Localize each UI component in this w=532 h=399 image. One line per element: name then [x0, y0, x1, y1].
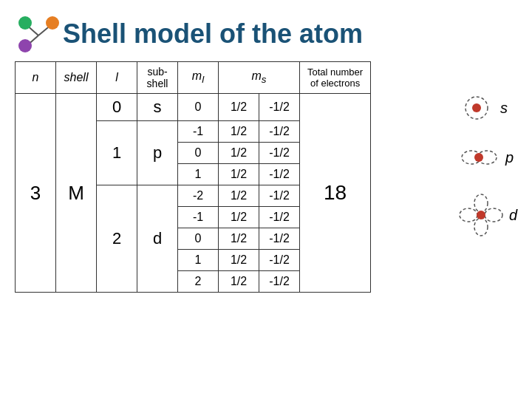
cell-n: 3 [16, 94, 56, 293]
s-orbital-label: s [500, 100, 508, 117]
d-orbital-diagram [459, 194, 503, 236]
cell-ms-pos: 1/2 [219, 121, 259, 143]
cell-ms-neg: -1/2 [259, 121, 300, 143]
main-content: n shell l sub-shell ml ms Total numberof… [0, 61, 532, 293]
svg-point-13 [460, 208, 477, 222]
cell-ms-pos: 1/2 [219, 250, 259, 271]
svg-point-14 [485, 208, 502, 222]
cell-ml: 0 [178, 143, 219, 164]
cell-sub-p: p [137, 121, 178, 185]
cell-ms-neg: -1/2 [259, 207, 300, 228]
header: Shell model of the atom [0, 0, 532, 61]
d-orbital-label: d [509, 207, 517, 224]
svg-point-7 [472, 103, 481, 112]
cell-shell: M [56, 94, 97, 293]
svg-point-15 [477, 211, 485, 219]
cell-ms-neg: -1/2 [259, 143, 300, 164]
cell-ms-pos: 1/2 [219, 143, 259, 164]
p-orbital-diagram [459, 141, 499, 174]
cell-ml: 0 [178, 228, 219, 250]
col-header-n: n [16, 62, 56, 94]
svg-point-11 [474, 194, 488, 212]
s-orbital-diagram [459, 94, 494, 122]
page: Shell model of the atom n shell l sub-sh… [0, 0, 532, 399]
col-header-total: Total numberof electrons [300, 62, 371, 94]
cell-ml: -1 [178, 121, 219, 143]
cell-ms-neg: -1/2 [259, 185, 300, 207]
svg-point-10 [474, 153, 483, 162]
cell-ms-pos: 1/2 [219, 228, 259, 250]
cell-ml: 1 [178, 164, 219, 185]
cell-ms-pos: 1/2 [219, 164, 259, 185]
col-header-shell: shell [56, 62, 97, 94]
svg-point-5 [18, 39, 32, 52]
table-row: 3 M 0 s 0 1/2 -1/2 18 [16, 94, 371, 121]
cell-ml: -1 [178, 207, 219, 228]
page-title: Shell model of the atom [63, 18, 363, 50]
cell-l-2: 2 [97, 185, 137, 293]
atom-icon [15, 13, 63, 54]
cell-ms-neg: -1/2 [259, 164, 300, 185]
s-orbital-row: s [459, 94, 508, 122]
cell-ms-neg: -1/2 [259, 94, 300, 121]
cell-ms-pos: 1/2 [219, 94, 259, 121]
col-header-ml: ml [178, 62, 219, 94]
table-wrapper: n shell l sub-shell ml ms Total numberof… [15, 61, 437, 293]
cell-ms-pos: 1/2 [219, 185, 259, 207]
cell-ms-pos: 1/2 [219, 207, 259, 228]
col-header-ms: ms [219, 62, 300, 94]
cell-l-1: 1 [97, 121, 137, 185]
cell-ml: 2 [178, 271, 219, 293]
col-header-l: l [97, 62, 137, 94]
d-orbital-row: d [459, 194, 517, 236]
cell-ml: 1 [178, 250, 219, 271]
table-header-row: n shell l sub-shell ml ms Total numberof… [16, 62, 371, 94]
cell-ms-neg: -1/2 [259, 228, 300, 250]
right-side: s p [459, 61, 517, 242]
svg-point-4 [46, 16, 59, 30]
cell-ms-neg: -1/2 [259, 271, 300, 293]
cell-ms-neg: -1/2 [259, 250, 300, 271]
cell-sub-d: d [137, 185, 178, 293]
shell-model-table: n shell l sub-shell ml ms Total numberof… [15, 61, 371, 293]
cell-ms-pos: 1/2 [219, 271, 259, 293]
svg-point-3 [18, 16, 32, 30]
cell-l-0: 0 [97, 94, 137, 121]
p-orbital-label: p [505, 149, 514, 166]
cell-ml: -2 [178, 185, 219, 207]
p-orbital-row: p [459, 141, 514, 174]
cell-ml: 0 [178, 94, 219, 121]
svg-point-12 [474, 218, 488, 236]
cell-total: 18 [300, 94, 371, 293]
col-header-subshell: sub-shell [137, 62, 178, 94]
cell-sub-s: s [137, 94, 178, 121]
